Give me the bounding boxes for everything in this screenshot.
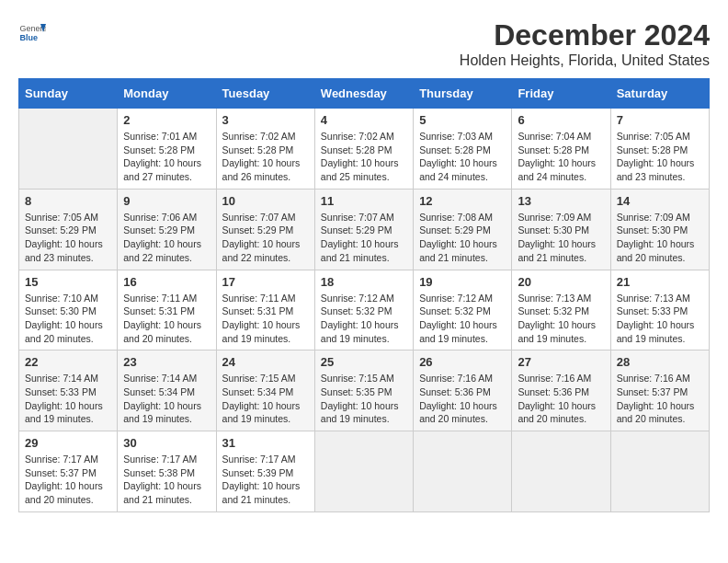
day-number: 30 [123,436,210,450]
day-info: Sunrise: 7:02 AMSunset: 5:28 PMDaylight:… [222,130,309,184]
day-info: Sunrise: 7:14 AMSunset: 5:34 PMDaylight:… [123,372,210,426]
empty-cell [314,431,413,512]
day-cell-21: 21Sunrise: 7:13 AMSunset: 5:33 PMDayligh… [610,270,709,350]
day-number: 16 [123,275,210,289]
day-number: 23 [123,355,210,369]
day-number: 20 [518,275,604,289]
location: Holden Heights, Florida, United States [460,52,710,69]
day-info: Sunrise: 7:15 AMSunset: 5:35 PMDaylight:… [321,372,407,426]
day-info: Sunrise: 7:04 AMSunset: 5:28 PMDaylight:… [518,130,604,184]
calendar-week-1: 2Sunrise: 7:01 AMSunset: 5:28 PMDaylight… [19,109,710,190]
day-number: 6 [518,113,604,127]
day-cell-3: 3Sunrise: 7:02 AMSunset: 5:28 PMDaylight… [216,109,314,190]
day-info: Sunrise: 7:06 AMSunset: 5:29 PMDaylight:… [123,211,210,265]
empty-cell [414,431,512,512]
day-cell-12: 12Sunrise: 7:08 AMSunset: 5:29 PMDayligh… [414,189,512,270]
day-cell-31: 31Sunrise: 7:17 AMSunset: 5:39 PMDayligh… [216,431,314,512]
day-cell-19: 19Sunrise: 7:12 AMSunset: 5:32 PMDayligh… [414,270,512,350]
calendar-week-4: 22Sunrise: 7:14 AMSunset: 5:33 PMDayligh… [19,350,710,431]
column-header-sunday: Sunday [19,79,118,109]
day-info: Sunrise: 7:05 AMSunset: 5:28 PMDaylight:… [617,130,703,184]
column-header-monday: Monday [118,79,216,109]
day-info: Sunrise: 7:17 AMSunset: 5:38 PMDaylight:… [123,453,210,507]
day-number: 27 [518,355,604,369]
day-number: 10 [222,194,309,208]
day-cell-4: 4Sunrise: 7:02 AMSunset: 5:28 PMDaylight… [314,109,413,190]
day-cell-27: 27Sunrise: 7:16 AMSunset: 5:36 PMDayligh… [512,350,610,431]
calendar-week-3: 15Sunrise: 7:10 AMSunset: 5:30 PMDayligh… [19,270,710,350]
day-number: 28 [617,355,703,369]
day-info: Sunrise: 7:07 AMSunset: 5:29 PMDaylight:… [321,211,407,265]
day-number: 8 [25,194,111,208]
day-number: 13 [518,194,604,208]
column-header-tuesday: Tuesday [216,79,314,109]
day-cell-20: 20Sunrise: 7:13 AMSunset: 5:32 PMDayligh… [512,270,610,350]
day-cell-11: 11Sunrise: 7:07 AMSunset: 5:29 PMDayligh… [314,189,413,270]
day-cell-5: 5Sunrise: 7:03 AMSunset: 5:28 PMDaylight… [414,109,512,190]
day-cell-28: 28Sunrise: 7:16 AMSunset: 5:37 PMDayligh… [610,350,709,431]
page-header: General Blue December 2024 Holden Height… [18,18,710,69]
day-number: 9 [123,194,210,208]
day-cell-16: 16Sunrise: 7:11 AMSunset: 5:31 PMDayligh… [118,270,216,350]
day-cell-25: 25Sunrise: 7:15 AMSunset: 5:35 PMDayligh… [314,350,413,431]
title-block: December 2024 Holden Heights, Florida, U… [460,18,710,69]
day-info: Sunrise: 7:13 AMSunset: 5:32 PMDaylight:… [518,292,604,346]
day-info: Sunrise: 7:11 AMSunset: 5:31 PMDaylight:… [123,292,210,346]
day-info: Sunrise: 7:05 AMSunset: 5:29 PMDaylight:… [25,211,111,265]
day-info: Sunrise: 7:16 AMSunset: 5:36 PMDaylight:… [419,372,506,426]
day-cell-22: 22Sunrise: 7:14 AMSunset: 5:33 PMDayligh… [19,350,118,431]
day-info: Sunrise: 7:08 AMSunset: 5:29 PMDaylight:… [419,211,506,265]
day-info: Sunrise: 7:02 AMSunset: 5:28 PMDaylight:… [321,130,407,184]
logo-icon: General Blue [18,18,46,46]
day-info: Sunrise: 7:10 AMSunset: 5:30 PMDaylight:… [25,292,111,346]
day-info: Sunrise: 7:12 AMSunset: 5:32 PMDaylight:… [419,292,506,346]
day-cell-13: 13Sunrise: 7:09 AMSunset: 5:30 PMDayligh… [512,189,610,270]
day-number: 31 [222,436,309,450]
day-cell-8: 8Sunrise: 7:05 AMSunset: 5:29 PMDaylight… [19,189,118,270]
logo: General Blue [18,18,46,46]
day-info: Sunrise: 7:13 AMSunset: 5:33 PMDaylight:… [617,292,703,346]
day-info: Sunrise: 7:15 AMSunset: 5:34 PMDaylight:… [222,372,309,426]
day-number: 19 [419,275,506,289]
day-cell-14: 14Sunrise: 7:09 AMSunset: 5:30 PMDayligh… [610,189,709,270]
calendar-table: SundayMondayTuesdayWednesdayThursdayFrid… [18,78,710,512]
day-info: Sunrise: 7:16 AMSunset: 5:36 PMDaylight:… [518,372,604,426]
day-info: Sunrise: 7:01 AMSunset: 5:28 PMDaylight:… [123,130,210,184]
day-info: Sunrise: 7:17 AMSunset: 5:39 PMDaylight:… [222,453,309,507]
day-info: Sunrise: 7:07 AMSunset: 5:29 PMDaylight:… [222,211,309,265]
day-info: Sunrise: 7:12 AMSunset: 5:32 PMDaylight:… [321,292,407,346]
day-number: 29 [25,436,111,450]
day-number: 3 [222,113,309,127]
calendar-week-2: 8Sunrise: 7:05 AMSunset: 5:29 PMDaylight… [19,189,710,270]
day-number: 2 [123,113,210,127]
calendar-week-5: 29Sunrise: 7:17 AMSunset: 5:37 PMDayligh… [19,431,710,512]
svg-text:Blue: Blue [20,33,39,42]
column-header-saturday: Saturday [610,79,709,109]
day-cell-26: 26Sunrise: 7:16 AMSunset: 5:36 PMDayligh… [414,350,512,431]
day-info: Sunrise: 7:14 AMSunset: 5:33 PMDaylight:… [25,372,111,426]
day-cell-23: 23Sunrise: 7:14 AMSunset: 5:34 PMDayligh… [118,350,216,431]
day-number: 4 [321,113,407,127]
day-number: 21 [617,275,703,289]
day-cell-29: 29Sunrise: 7:17 AMSunset: 5:37 PMDayligh… [19,431,118,512]
day-cell-6: 6Sunrise: 7:04 AMSunset: 5:28 PMDaylight… [512,109,610,190]
empty-cell [19,109,118,190]
day-number: 17 [222,275,309,289]
month-title: December 2024 [460,18,710,52]
day-number: 24 [222,355,309,369]
column-header-friday: Friday [512,79,610,109]
day-cell-2: 2Sunrise: 7:01 AMSunset: 5:28 PMDaylight… [118,109,216,190]
day-number: 11 [321,194,407,208]
day-info: Sunrise: 7:11 AMSunset: 5:31 PMDaylight:… [222,292,309,346]
day-number: 22 [25,355,111,369]
day-cell-9: 9Sunrise: 7:06 AMSunset: 5:29 PMDaylight… [118,189,216,270]
day-number: 12 [419,194,506,208]
day-number: 5 [419,113,506,127]
day-info: Sunrise: 7:17 AMSunset: 5:37 PMDaylight:… [25,453,111,507]
day-info: Sunrise: 7:09 AMSunset: 5:30 PMDaylight:… [617,211,703,265]
day-number: 15 [25,275,111,289]
day-cell-7: 7Sunrise: 7:05 AMSunset: 5:28 PMDaylight… [610,109,709,190]
day-cell-18: 18Sunrise: 7:12 AMSunset: 5:32 PMDayligh… [314,270,413,350]
day-number: 14 [617,194,703,208]
empty-cell [512,431,610,512]
